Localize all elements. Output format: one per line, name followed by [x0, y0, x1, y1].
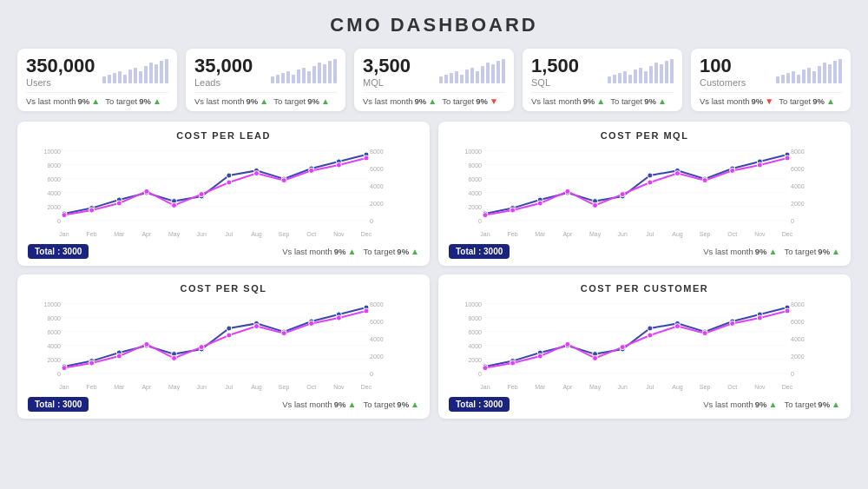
- to-target-stat: To target 9% ▲: [273, 96, 330, 106]
- svg-text:May: May: [168, 231, 181, 238]
- to-target-label: To target: [784, 400, 816, 409]
- svg-text:Jan: Jan: [59, 231, 69, 237]
- vs-last-month-stat: Vs last month 9% ▲: [26, 96, 100, 106]
- svg-text:Oct: Oct: [306, 231, 316, 237]
- svg-text:Jul: Jul: [225, 231, 233, 237]
- spark-bar: [802, 69, 806, 83]
- svg-text:2000: 2000: [468, 204, 482, 210]
- spark-bar: [644, 71, 648, 83]
- vs-last-month-value: 9%: [583, 96, 595, 106]
- chart-title: COST PER SQL: [28, 283, 419, 294]
- arrow-up-icon: ▲: [347, 247, 356, 256]
- svg-text:Jun: Jun: [618, 231, 628, 237]
- vs-last-month-label: Vs last month: [194, 96, 245, 106]
- svg-text:4000: 4000: [370, 336, 384, 342]
- svg-text:Oct: Oct: [727, 231, 737, 237]
- vs-last-month-stat: Vs last month 9% ▲: [282, 400, 356, 409]
- svg-text:Dec: Dec: [782, 231, 793, 237]
- chart-area: 1000080006000400020000 80006000400020000…: [28, 297, 419, 393]
- svg-point-35: [227, 173, 232, 178]
- svg-point-100: [648, 180, 653, 185]
- to-target-value: 9%: [818, 247, 830, 256]
- spark-bar: [108, 75, 111, 83]
- kpi-card-users: 350,000 Users Vs last month 9% ▲ To targ…: [17, 49, 177, 111]
- svg-text:Apr: Apr: [141, 384, 152, 391]
- vs-last-month-label: Vs last month: [703, 400, 753, 409]
- svg-text:Feb: Feb: [87, 384, 97, 390]
- svg-point-44: [144, 189, 149, 195]
- spark-bar: [481, 66, 484, 83]
- page-title: CMO DASHBOARD: [17, 14, 851, 36]
- svg-text:8000: 8000: [370, 301, 384, 307]
- spark-bar: [450, 73, 453, 83]
- arrow-down-icon: ▼: [765, 96, 773, 106]
- to-target-stat: To target 9% ▲: [105, 96, 161, 106]
- svg-point-194: [648, 326, 653, 331]
- to-target-stat: To target 9% ▲: [779, 96, 835, 106]
- spark-bar: [786, 73, 790, 83]
- svg-text:2000: 2000: [370, 354, 384, 360]
- svg-text:2000: 2000: [370, 201, 384, 207]
- svg-point-97: [565, 189, 570, 195]
- svg-point-98: [593, 203, 598, 208]
- vs-last-month-value: 9%: [752, 96, 764, 106]
- vs-last-month-stat: Vs last month 9% ▲: [282, 247, 356, 256]
- spark-bar: [318, 63, 321, 83]
- kpi-row: 350,000 Users Vs last month 9% ▲ To targ…: [17, 49, 851, 111]
- kpi-card-customers: 100 Customers Vs last month 9% ▼ To targ…: [691, 49, 851, 111]
- spark-bar: [102, 76, 106, 83]
- svg-text:10000: 10000: [44, 301, 62, 307]
- svg-text:Sep: Sep: [700, 384, 711, 391]
- svg-text:Nov: Nov: [754, 231, 766, 237]
- svg-text:2000: 2000: [791, 354, 805, 360]
- spark-bar: [271, 76, 274, 83]
- to-target-value: 9%: [397, 247, 409, 256]
- spark-bar: [812, 71, 816, 83]
- spark-bar: [312, 66, 316, 83]
- svg-text:Oct: Oct: [306, 384, 316, 390]
- to-target-stat: To target 9% ▲: [784, 247, 840, 256]
- svg-text:Mar: Mar: [114, 384, 125, 390]
- svg-point-201: [510, 360, 516, 366]
- svg-point-155: [281, 331, 286, 336]
- kpi-bottom: Vs last month 9% ▲ To target 9% ▲: [26, 92, 168, 106]
- svg-text:8000: 8000: [370, 149, 384, 155]
- svg-text:Feb: Feb: [87, 231, 97, 237]
- spark-bar: [139, 71, 142, 83]
- svg-point-148: [89, 360, 95, 366]
- svg-text:0: 0: [478, 218, 482, 224]
- vs-last-month-stat: Vs last month 9% ▲: [194, 96, 268, 106]
- svg-text:Jul: Jul: [646, 231, 654, 237]
- vs-last-month-label: Vs last month: [26, 96, 76, 106]
- kpi-sparkline: [271, 56, 337, 83]
- chart-card-cost-per-customer: COST PER CUSTOMER 1000080006000400020000…: [438, 274, 851, 419]
- svg-text:Jan: Jan: [480, 384, 490, 390]
- spark-bar: [160, 61, 163, 83]
- svg-point-211: [785, 308, 790, 314]
- spark-bar: [665, 61, 668, 83]
- spark-bar: [113, 73, 116, 83]
- svg-point-158: [364, 308, 369, 314]
- spark-bar: [444, 75, 448, 83]
- svg-text:0: 0: [57, 218, 61, 224]
- vs-last-month-value: 9%: [415, 96, 427, 106]
- svg-text:Apr: Apr: [562, 231, 573, 238]
- svg-point-51: [336, 162, 341, 168]
- svg-point-94: [483, 213, 488, 218]
- svg-point-105: [785, 155, 790, 161]
- kpi-sparkline: [608, 56, 674, 83]
- to-target-value: 9%: [644, 96, 656, 106]
- to-target-label: To target: [273, 96, 306, 106]
- kpi-card-leads: 35,000 Leads Vs last month 9% ▲ To targe…: [186, 49, 345, 111]
- spark-bar: [797, 75, 800, 83]
- spark-bar: [486, 63, 490, 83]
- kpi-top: 3,500 MQL: [363, 56, 505, 88]
- svg-point-208: [702, 331, 707, 336]
- svg-text:0: 0: [791, 371, 794, 377]
- svg-text:10000: 10000: [465, 149, 483, 155]
- kpi-sparkline: [102, 56, 168, 83]
- spark-bar: [476, 71, 479, 83]
- chart-stats: Vs last month 9% ▲ To target 9% ▲: [703, 247, 840, 256]
- arrow-down-icon: ▼: [490, 96, 498, 106]
- svg-text:Jan: Jan: [480, 231, 490, 237]
